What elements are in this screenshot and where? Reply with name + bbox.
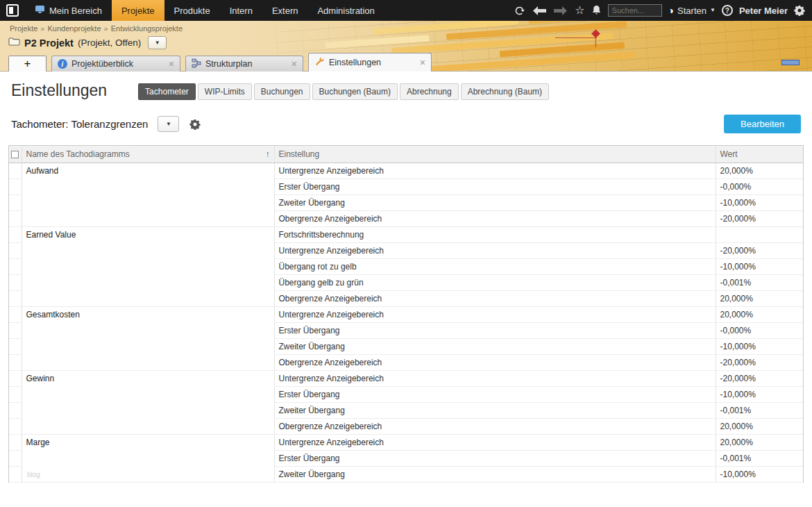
chevron-down-icon: ▼ <box>710 8 716 13</box>
row-select-cell[interactable] <box>9 419 22 435</box>
tab-einstellungen[interactable]: Einstellungen × <box>308 53 432 72</box>
forward-arrow-icon[interactable] <box>553 6 568 16</box>
refresh-icon[interactable] <box>514 5 525 17</box>
table-header-row: ↑Name des Tachodiagramms Einstellung Wer… <box>9 146 803 163</box>
nav-intern[interactable]: Intern <box>220 0 262 21</box>
section-dropdown-button[interactable]: ▼ <box>158 116 179 132</box>
topnav-actions: ☆ ◑ Starten ▼ ? Peter Meier <box>514 0 812 21</box>
user-menu[interactable]: Peter Meier <box>739 6 788 16</box>
tab-strukturplan[interactable]: Strukturplan × <box>185 56 303 72</box>
value-cell: 20,000% <box>716 307 803 323</box>
project-dropdown-button[interactable]: ▼ <box>148 36 167 49</box>
settings-gear-icon[interactable] <box>794 5 805 16</box>
setting-cell: Obergrenze Anzeigebereich <box>274 355 716 371</box>
row-select-cell[interactable] <box>9 227 22 243</box>
setting-cell: Zweiter Übergang <box>274 195 716 211</box>
value-cell <box>716 227 803 243</box>
tab-projektueberblick[interactable]: i Projektüberblick × <box>51 56 180 72</box>
table-row[interactable]: Earned ValueFortschrittsberechnung <box>9 227 803 243</box>
row-select-cell[interactable] <box>9 339 22 355</box>
back-arrow-icon[interactable] <box>532 6 547 16</box>
project-header: P2 Projekt (Projekt, Offen) ▼ <box>8 36 167 49</box>
row-select-cell[interactable] <box>9 371 22 387</box>
nav-mein-bereich[interactable]: Mein Bereich <box>25 0 112 21</box>
column-header-setting[interactable]: Einstellung <box>274 146 716 163</box>
select-all-checkbox[interactable] <box>11 151 19 158</box>
value-cell: -0,001% <box>716 275 803 291</box>
setting-cell: Erster Übergang <box>274 387 716 403</box>
row-select-cell[interactable] <box>9 323 22 339</box>
row-select-cell[interactable] <box>9 451 22 467</box>
nav-label: Intern <box>230 6 253 16</box>
subtab-buchungen-baum[interactable]: Buchungen (Baum) <box>312 83 398 100</box>
wrench-icon <box>314 56 325 69</box>
subtab-buchungen[interactable]: Buchungen <box>254 83 310 100</box>
row-select-cell[interactable] <box>9 275 22 291</box>
app-logo-icon[interactable] <box>0 0 25 21</box>
starten-menu[interactable]: ◑ Starten ▼ <box>668 6 716 16</box>
table-row[interactable]: MargeUntergrenze Anzeigebereich20,000% <box>9 435 803 451</box>
table-row[interactable]: GesamtkostenUntergrenze Anzeigebereich20… <box>9 307 803 323</box>
setting-cell: Obergrenze Anzeigebereich <box>274 291 716 307</box>
setting-cell: Erster Übergang <box>274 451 716 467</box>
add-tab-button[interactable]: + <box>8 56 46 72</box>
favorites-star-icon[interactable]: ☆ <box>575 5 584 16</box>
row-select-cell[interactable] <box>9 179 22 195</box>
starten-label: Starten <box>677 6 707 16</box>
setting-cell: Zweiter Übergang <box>274 339 716 355</box>
row-select-cell[interactable] <box>9 243 22 259</box>
subtab-tachometer[interactable]: Tachometer <box>138 83 196 100</box>
close-icon[interactable]: × <box>420 58 425 67</box>
nav-projekte[interactable]: Projekte <box>112 0 164 21</box>
breadcrumb-item[interactable]: Entwicklungsprojekte <box>111 24 183 33</box>
close-icon[interactable]: × <box>169 59 174 69</box>
setting-cell: Untergrenze Anzeigebereich <box>274 307 716 323</box>
edit-button[interactable]: Bearbeiten <box>724 115 801 133</box>
nav-label: Extern <box>272 6 298 16</box>
top-navigation: Mein Bereich Projekte Produkte Intern Ex… <box>0 0 812 21</box>
subtab-wip-limits[interactable]: WIP-Limits <box>198 83 252 100</box>
row-select-cell[interactable] <box>9 195 22 211</box>
row-select-cell[interactable] <box>9 467 22 483</box>
diagram-name-cell: Aufwand <box>22 163 274 227</box>
table-row[interactable]: AufwandUntergrenze Anzeigebereich20,000% <box>9 163 803 179</box>
value-cell: -20,000% <box>716 211 803 227</box>
value-cell: -20,000% <box>716 355 803 371</box>
mein-bereich-icon <box>35 5 45 16</box>
row-select-cell[interactable] <box>9 291 22 307</box>
value-cell: -10,000% <box>716 195 803 211</box>
notifications-bell-icon[interactable] <box>591 5 602 16</box>
row-select-cell[interactable] <box>9 435 22 451</box>
tree-icon <box>192 58 201 70</box>
row-select-cell[interactable] <box>9 259 22 275</box>
section-gear-icon[interactable] <box>187 116 203 132</box>
search-input[interactable] <box>608 4 662 17</box>
breadcrumb-item[interactable]: Projekte <box>10 24 37 33</box>
nav-extern[interactable]: Extern <box>262 0 308 21</box>
close-icon[interactable]: × <box>291 59 297 69</box>
row-select-cell[interactable] <box>9 163 22 179</box>
value-cell: 20,000% <box>716 419 803 435</box>
subtab-abrechnung[interactable]: Abrechnung <box>400 83 459 100</box>
row-select-cell[interactable] <box>9 387 22 403</box>
subtab-abrechnung-baum[interactable]: Abrechnung (Baum) <box>461 83 549 100</box>
row-select-cell[interactable] <box>9 403 22 419</box>
info-icon: i <box>58 59 67 69</box>
nav-label: Administration <box>317 6 374 16</box>
row-select-cell[interactable] <box>9 211 22 227</box>
nav-administration[interactable]: Administration <box>307 0 384 21</box>
value-cell: 20,000% <box>716 435 803 451</box>
value-cell: -0,001% <box>716 403 803 419</box>
column-header-name[interactable]: ↑Name des Tachodiagramms <box>22 146 274 163</box>
help-icon[interactable]: ? <box>722 5 733 16</box>
project-title[interactable]: P2 Projekt <box>24 38 74 49</box>
value-cell: -0,000% <box>716 179 803 195</box>
nav-produkte[interactable]: Produkte <box>164 0 220 21</box>
row-select-cell[interactable] <box>9 307 22 323</box>
row-select-cell[interactable] <box>9 355 22 371</box>
table-row[interactable]: GewinnUntergrenze Anzeigebereich-20,000% <box>9 371 803 387</box>
breadcrumb-item[interactable]: Kundenprojekte <box>47 24 101 33</box>
value-cell: 20,000% <box>716 291 803 307</box>
setting-cell: Übergang gelb zu grün <box>274 275 716 291</box>
column-header-wert[interactable]: Wert <box>716 146 803 163</box>
